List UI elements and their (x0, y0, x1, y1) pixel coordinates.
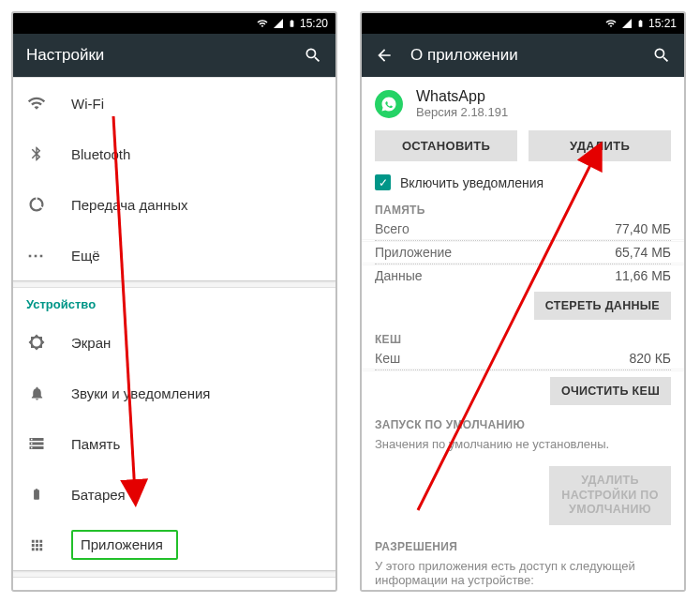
item-label: Wi-Fi (71, 96, 104, 112)
apps-icon (26, 537, 47, 553)
wifi-icon (256, 18, 269, 29)
item-battery[interactable]: Батарея (13, 469, 335, 520)
notifications-toggle[interactable]: ✓ Включить уведомления (362, 171, 684, 198)
section-device-header: Устройство (13, 288, 335, 317)
item-label: Память (71, 436, 120, 452)
item-label: Передача данных (71, 197, 188, 213)
wifi-icon (26, 94, 47, 113)
item-label: Приложения (81, 536, 163, 552)
apps-highlighted: Приложения (71, 530, 178, 560)
stat-cache: Кеш 820 КБ (362, 348, 684, 369)
item-label: Ещё (71, 248, 100, 264)
cache-header: КЕШ (362, 322, 684, 348)
item-label: Батарея (71, 487, 126, 503)
app-bar: О приложении (362, 34, 684, 77)
item-apps[interactable]: Приложения (13, 520, 335, 570)
status-bar: 15:20 (13, 13, 335, 34)
check-icon: ✓ (375, 174, 391, 190)
permissions-note: У этого приложения есть доступ к следующ… (362, 555, 684, 590)
stat-data: Данные 11,66 МБ (362, 265, 684, 286)
stat-app: Приложение 65,74 МБ (362, 242, 684, 263)
clear-defaults-button: УДАЛИТЬ НАСТРОЙКИ ПО УМОЛЧАНИЮ (549, 466, 671, 525)
settings-content: Wi-Fi Bluetooth Передача данных ⋯ Ещё Ус… (13, 77, 335, 590)
page-title: О приложении (410, 46, 635, 65)
bluetooth-icon (26, 145, 47, 162)
whatsapp-icon (375, 90, 403, 118)
phone-left: 15:20 Настройки Wi-Fi Bluetooth Передача… (11, 11, 337, 592)
item-bluetooth[interactable]: Bluetooth (13, 128, 335, 179)
app-info-content: WhatsApp Версия 2.18.191 ОСТАНОВИТЬ УДАЛ… (362, 77, 684, 590)
signal-icon (273, 18, 284, 29)
item-label: Звуки и уведомления (71, 385, 210, 401)
memory-header: ПАМЯТЬ (362, 198, 684, 219)
item-wifi[interactable]: Wi-Fi (13, 78, 335, 128)
phone-right: 15:21 О приложении WhatsApp Версия 2.18.… (360, 11, 686, 592)
bell-icon (26, 385, 47, 401)
display-icon (26, 334, 47, 351)
section-personal-header: Личные данные (13, 578, 335, 590)
stat-total: Всего 77,40 МБ (362, 219, 684, 239)
app-version: Версия 2.18.191 (416, 105, 508, 119)
app-bar: Настройки (13, 34, 335, 77)
item-sound[interactable]: Звуки и уведомления (13, 368, 335, 418)
data-usage-icon (26, 196, 47, 213)
action-buttons: ОСТАНОВИТЬ УДАЛИТЬ (362, 130, 684, 171)
item-label: Экран (71, 335, 111, 351)
storage-icon (26, 435, 47, 452)
status-time: 15:20 (300, 17, 328, 30)
wifi-icon (604, 18, 618, 29)
stop-button[interactable]: ОСТАНОВИТЬ (375, 130, 517, 161)
app-header: WhatsApp Версия 2.18.191 (362, 77, 684, 130)
item-storage[interactable]: Память (13, 418, 335, 469)
search-icon[interactable] (652, 46, 671, 65)
page-title: Настройки (26, 46, 287, 65)
battery-icon (636, 17, 645, 30)
signal-icon (621, 18, 633, 29)
status-time: 15:21 (648, 17, 677, 30)
more-icon: ⋯ (26, 245, 47, 265)
delete-button[interactable]: УДАЛИТЬ (529, 130, 671, 161)
battery-icon (288, 17, 296, 30)
search-icon[interactable] (304, 46, 322, 65)
launch-note: Значения по умолчанию не установлены. (362, 433, 684, 460)
back-icon[interactable] (375, 46, 394, 65)
notify-label: Включить уведомления (400, 175, 544, 190)
status-bar: 15:21 (362, 13, 684, 34)
launch-header: ЗАПУСК ПО УМОЛЧАНИЮ (362, 407, 684, 433)
permissions-header: РАЗРЕШЕНИЯ (362, 535, 684, 555)
item-display[interactable]: Экран (13, 317, 335, 368)
app-name: WhatsApp (416, 88, 508, 105)
clear-cache-button[interactable]: ОЧИСТИТЬ КЕШ (550, 377, 671, 405)
item-label: Bluetooth (71, 146, 130, 162)
item-data-usage[interactable]: Передача данных (13, 179, 335, 230)
clear-data-button[interactable]: СТЕРЕТЬ ДАННЫЕ (534, 292, 671, 320)
battery-icon (26, 486, 47, 503)
item-more[interactable]: ⋯ Ещё (13, 230, 335, 280)
